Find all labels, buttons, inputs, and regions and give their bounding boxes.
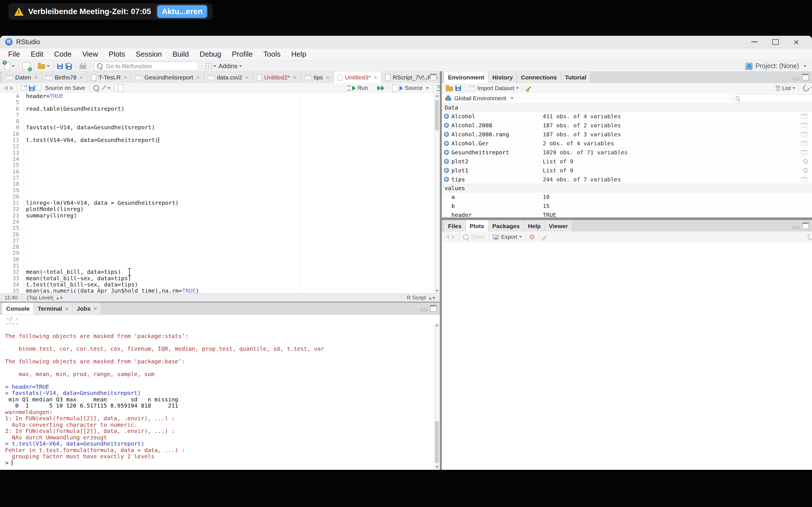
print-button[interactable] [80, 63, 86, 69]
console-tab-console[interactable]: Console [2, 303, 34, 314]
list-view-button[interactable]: List [776, 85, 795, 92]
menu-debug[interactable]: Debug [194, 50, 227, 59]
minimize-pane-icon[interactable] [421, 77, 427, 80]
environment-tab-environment[interactable]: Environment [444, 71, 488, 83]
open-file-button[interactable] [38, 63, 50, 69]
close-tab-icon[interactable]: × [80, 74, 83, 81]
next-plot-button[interactable] [452, 234, 455, 239]
menu-help[interactable]: Help [286, 50, 312, 59]
source-tab-data-csv2[interactable]: data.csv2× [204, 71, 253, 83]
source-tab-gesundheitsreport[interactable]: Gesundheitsreport× [132, 71, 204, 83]
source-tab-tips[interactable]: tips× [301, 71, 334, 83]
menu-profile[interactable]: Profile [227, 50, 258, 59]
close-tab-icon[interactable]: × [374, 74, 377, 81]
environment-object-plot1[interactable]: plot1List of 9 [442, 166, 812, 175]
close-tab-icon[interactable]: × [124, 74, 127, 81]
source-tab-t-test-r[interactable]: T-Test.R× [87, 71, 132, 83]
console-tab-terminal[interactable]: Terminal× [34, 303, 73, 314]
find-button[interactable] [93, 85, 99, 91]
file-type-selector[interactable]: R Script▲▼ [402, 294, 440, 302]
expand-object-icon[interactable] [444, 177, 449, 182]
outline-button[interactable] [437, 86, 440, 91]
console-output[interactable]: ----The following objects are masked fro… [0, 322, 434, 470]
clear-environment-button[interactable] [526, 86, 532, 91]
menu-code[interactable]: Code [49, 50, 77, 59]
import-dataset-button[interactable]: Import Dataset [469, 85, 519, 92]
popout-button[interactable] [21, 86, 27, 91]
close-tab-icon[interactable]: × [94, 305, 97, 312]
console-scrollbar[interactable] [434, 322, 440, 470]
expand-object-icon[interactable] [444, 122, 449, 128]
new-project-button[interactable] [22, 62, 30, 70]
save-source-button[interactable] [29, 86, 35, 91]
expand-object-icon[interactable] [444, 159, 449, 164]
source-tab-untitled3-[interactable]: Untitled3*× [334, 71, 382, 83]
view-data-icon[interactable] [801, 150, 808, 155]
menu-plots[interactable]: Plots [103, 50, 131, 59]
run-button[interactable]: Run [347, 85, 370, 91]
source-button[interactable]: Source [392, 84, 429, 92]
environment-object-b[interactable]: b15 [442, 202, 812, 210]
expand-object-icon[interactable] [444, 168, 449, 173]
view-data-icon[interactable] [801, 114, 808, 119]
compile-report-button[interactable] [118, 84, 123, 92]
goto-directory-icon[interactable]: ↗ [15, 316, 18, 322]
previous-plot-button[interactable] [446, 234, 449, 239]
menu-edit[interactable]: Edit [26, 50, 49, 59]
environment-object-plot2[interactable]: plot2List of 9 [442, 157, 812, 166]
refresh-environment-button[interactable] [803, 85, 812, 91]
close-tab-icon[interactable]: × [65, 305, 68, 312]
environment-tab-history[interactable]: History [488, 71, 517, 83]
source-tab-untitled2-[interactable]: Untitled2*× [253, 71, 301, 83]
minimize-icon[interactable] [751, 41, 758, 42]
environment-object-a[interactable]: a10 [442, 192, 812, 202]
maximize-pane-icon[interactable] [430, 305, 437, 312]
environment-tab-connections[interactable]: Connections [517, 71, 561, 83]
menu-build[interactable]: Build [167, 50, 194, 59]
inspect-object-icon[interactable] [803, 159, 808, 163]
view-data-icon[interactable] [801, 132, 808, 137]
save-workspace-button[interactable] [455, 86, 461, 91]
view-data-icon[interactable] [801, 177, 808, 182]
close-tab-icon[interactable]: × [196, 74, 200, 81]
code-editor[interactable]: 4header=TRUE56read.table(Gesundheitsrepo… [0, 93, 440, 294]
project-selector[interactable]: R Project: (None) [745, 62, 809, 70]
environment-object-gesundheitsreport[interactable]: Gesundheitsreport1029 obs. of 71 variabl… [442, 148, 812, 157]
maximize-pane-icon[interactable] [802, 223, 809, 229]
refresh-meeting-button[interactable]: Aktu...eren [157, 5, 207, 18]
minimize-pane-icon[interactable] [793, 77, 799, 80]
menu-view[interactable]: View [77, 50, 103, 59]
expand-object-icon[interactable] [444, 114, 449, 119]
zoom-plot-button[interactable]: Zoom [463, 234, 485, 240]
files-tab-files[interactable]: Files [444, 220, 466, 232]
close-tab-icon[interactable]: × [293, 74, 296, 81]
minimize-pane-icon[interactable] [793, 226, 799, 229]
environment-object-header[interactable]: headerTRUE [442, 210, 812, 217]
environment-object-alcohol-2008[interactable]: Alcohol.2008187 obs. of 2 variables [442, 121, 812, 130]
back-button[interactable] [4, 86, 8, 91]
close-tab-icon[interactable]: × [34, 74, 38, 81]
maximize-pane-icon[interactable] [802, 74, 809, 80]
menu-tools[interactable]: Tools [258, 50, 286, 59]
inspect-object-icon[interactable] [803, 168, 808, 172]
editor-scrollbar[interactable] [434, 93, 440, 294]
forward-button[interactable] [10, 86, 13, 91]
close-icon[interactable]: × [794, 39, 799, 45]
maximize-pane-icon[interactable] [430, 74, 437, 80]
console-tab-jobs[interactable]: Jobs× [73, 303, 101, 314]
environment-object-tips[interactable]: tips244 obs. of 7 variables [442, 175, 812, 184]
source-on-save-checkbox[interactable] [36, 86, 41, 91]
view-data-icon[interactable] [801, 141, 808, 146]
maximize-icon[interactable] [772, 39, 779, 45]
save-button[interactable] [57, 63, 63, 69]
files-tab-packages[interactable]: Packages [488, 220, 524, 232]
remove-plot-button[interactable]: × [529, 234, 535, 239]
close-tab-icon[interactable]: × [326, 74, 329, 81]
expand-object-icon[interactable] [444, 140, 449, 146]
files-tab-viewer[interactable]: Viewer [545, 220, 572, 232]
source-tab-daten[interactable]: Daten× [2, 71, 42, 83]
new-file-button[interactable] [4, 62, 15, 70]
panes-layout-button[interactable] [206, 63, 216, 69]
minimize-pane-icon[interactable] [421, 309, 427, 311]
source-tab-births78[interactable]: Births78× [42, 71, 87, 83]
